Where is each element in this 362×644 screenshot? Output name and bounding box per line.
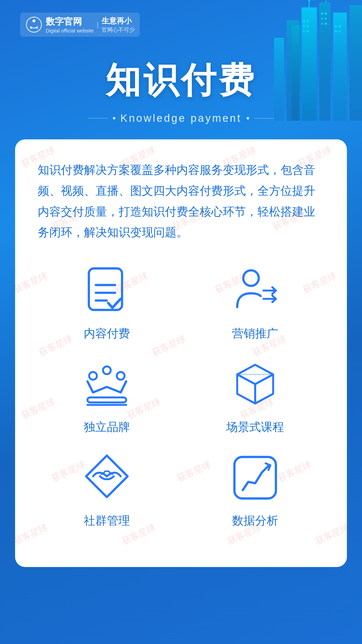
feature-label-community: 社群管理 xyxy=(84,513,130,529)
svg-point-35 xyxy=(243,270,259,286)
logo-right: 生意再小 官网心不可少 xyxy=(102,16,135,34)
feature-item-content-payment: 内容付费 xyxy=(38,263,176,341)
logo-slogan2: 官网心不可少 xyxy=(102,26,135,34)
svg-point-30 xyxy=(36,27,38,29)
features-grid: 内容付费 营销推广 xyxy=(38,263,324,529)
logo-sub-text: Digital official website xyxy=(46,28,94,34)
chart-up-icon xyxy=(228,450,283,505)
svg-point-39 xyxy=(103,367,111,374)
hero-section: 知识付费 Knowledge payment xyxy=(0,37,362,139)
logo-icon xyxy=(25,16,43,33)
svg-rect-45 xyxy=(235,457,276,499)
svg-rect-41 xyxy=(87,397,126,403)
handshake-icon xyxy=(79,450,134,505)
hero-dot-left xyxy=(113,117,115,119)
description-text: 知识付费解决方案覆盖多种内容服务变现形式，包含音频、视频、直播、图文四大内容付费… xyxy=(38,159,324,243)
header: 数字官网 Digital official website | 生意再小 官网心… xyxy=(0,0,362,37)
svg-point-38 xyxy=(89,372,97,380)
main-card: 知识付费解决方案覆盖多种内容服务变现形式，包含音频、视频、直播、图文四大内容付费… xyxy=(15,139,347,567)
feature-item-scenario-course: 场景式课程 xyxy=(186,356,324,435)
svg-point-28 xyxy=(32,19,35,22)
feature-label-scenario-course: 场景式课程 xyxy=(226,419,284,435)
feature-label-brand: 独立品牌 xyxy=(84,419,130,435)
logo-main-text: 数字官网 xyxy=(46,16,94,28)
logo-container: 数字官网 Digital official website | 生意再小 官网心… xyxy=(20,13,140,37)
svg-point-29 xyxy=(30,27,32,29)
logo-slogan1: 生意再小 xyxy=(102,16,135,26)
feature-label-content-payment: 内容付费 xyxy=(84,326,130,341)
hero-subtitle: Knowledge payment xyxy=(20,112,342,124)
document-check-icon xyxy=(79,263,134,318)
crown-icon xyxy=(79,356,134,412)
person-arrows-icon xyxy=(228,263,283,318)
hero-title: 知识付费 xyxy=(20,57,342,105)
feature-item-data-analysis: 数据分析 xyxy=(186,450,324,529)
cube-icon xyxy=(228,356,283,412)
hero-dot-right xyxy=(247,117,249,119)
feature-item-community: 社群管理 xyxy=(38,450,176,529)
feature-label-marketing: 营销推广 xyxy=(232,326,278,341)
feature-item-brand: 独立品牌 xyxy=(38,356,176,435)
feature-item-marketing: 营销推广 xyxy=(186,263,324,341)
feature-label-data-analysis: 数据分析 xyxy=(232,513,278,529)
logo-divider: | xyxy=(97,21,99,29)
logo-text: 数字官网 Digital official website xyxy=(46,16,94,34)
svg-point-40 xyxy=(117,372,125,380)
